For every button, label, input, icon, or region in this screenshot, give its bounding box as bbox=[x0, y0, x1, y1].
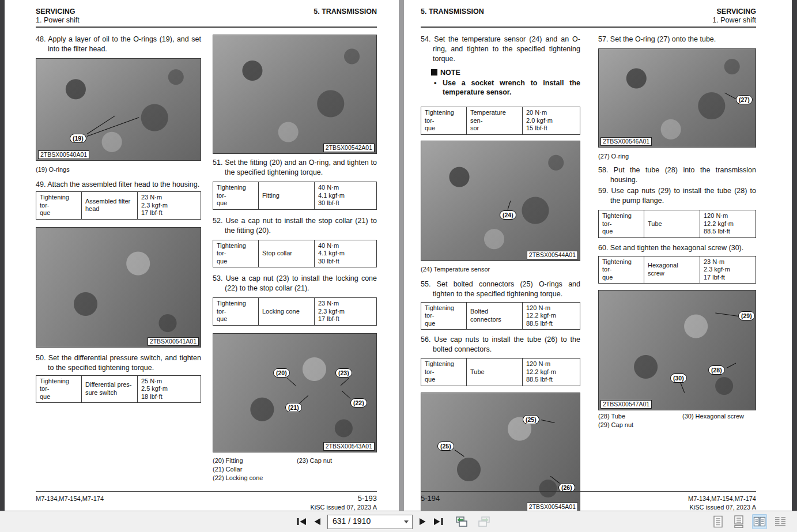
figure-callout: (27) bbox=[736, 95, 753, 104]
caption-column-left: (20) Fitting (21) Collar (22) Locking co… bbox=[213, 456, 297, 482]
book-view-button[interactable] bbox=[773, 514, 788, 529]
callout-leader-line bbox=[681, 383, 685, 393]
document-page-left: SERVICING 1. Power shift 5. TRANSMISSION… bbox=[5, 0, 399, 511]
torque-item: Assembled filter head bbox=[81, 192, 137, 219]
note-block: NOTE • Use a socket wrench to install th… bbox=[431, 68, 580, 97]
torque-item: Hexagonal screw bbox=[644, 256, 700, 284]
caption-group-20-23: (20) Fitting (21) Collar (22) Locking co… bbox=[213, 456, 377, 482]
footer-issue: KiSC issued 07, 2023 A bbox=[421, 504, 756, 511]
figure-temperature-sensor: (24) 2TBSX00544A01 bbox=[421, 141, 580, 261]
torque-label: Tightening tor- que bbox=[599, 210, 644, 237]
torque-value: 25 N·m 2.5 kgf·m 18 lbf·ft bbox=[137, 376, 201, 403]
page-footer: 5-194 M7-134,M7-154,M7-174 KiSC issued 0… bbox=[421, 491, 756, 511]
figure-callout: (23) bbox=[335, 368, 352, 378]
header-chapter: 5. TRANSMISSION bbox=[421, 7, 484, 16]
caption-23: (23) Cap nut bbox=[297, 456, 377, 465]
callout-leader-line bbox=[724, 93, 736, 99]
figure-id-label: 2TBSX00542A01 bbox=[323, 144, 375, 152]
figure-callout: (29) bbox=[738, 311, 755, 320]
figure-callout: (21) bbox=[285, 403, 302, 412]
last-page-icon bbox=[433, 518, 443, 526]
callout-leader-line bbox=[455, 450, 464, 456]
step-53: 53. Use a cap nut (23) to install the lo… bbox=[213, 274, 377, 293]
page-dropdown-caret-icon[interactable] bbox=[404, 520, 409, 523]
torque-value: 23 N·m 2.3 kgf·m 17 lbf·ft bbox=[700, 256, 756, 284]
page-number-input[interactable] bbox=[328, 515, 401, 527]
figure-callout: (20) bbox=[273, 368, 290, 378]
note-square-icon bbox=[431, 69, 437, 76]
header-rule bbox=[421, 27, 756, 28]
callout-leader-line bbox=[508, 201, 511, 210]
torque-table-hexagonal-screw: Tightening tor- que Hexagonal screw 23 N… bbox=[598, 256, 756, 284]
callout-leader-line bbox=[341, 378, 350, 386]
figure-id-label: 2TBSX00540A01 bbox=[38, 150, 89, 159]
torque-value: 23 N·m 2.3 kgf·m 17 lbf·ft bbox=[137, 192, 201, 219]
header-right-block: SERVICING 1. Power shift bbox=[712, 7, 756, 25]
torque-table-stop-collar: Tightening tor- que Stop collar 40 N·m 4… bbox=[213, 240, 377, 268]
facing-view-button[interactable] bbox=[752, 514, 767, 529]
first-page-button[interactable] bbox=[296, 516, 308, 527]
step-57: 57. Set the O-ring (27) onto the tube. bbox=[598, 35, 756, 44]
step-49: 49. Attach the assembled filter head to … bbox=[36, 180, 201, 190]
torque-value: 40 N·m 4.1 kgf·m 30 lbf·ft bbox=[314, 182, 376, 209]
caption-group-28-30: (28) Tube (29) Cap nut (30) Hexagonal sc… bbox=[598, 412, 756, 429]
torque-table-locking-cone: Tightening tor- que Locking cone 23 N·m … bbox=[213, 297, 377, 326]
column-left: 54. Set the temperature sensor (24) and … bbox=[421, 35, 580, 530]
figure-id-label: 2TBSX00547A01 bbox=[600, 400, 652, 409]
note-bullet-text: Use a socket wrench to install the tempe… bbox=[443, 78, 580, 97]
column-left: 48. Apply a layer of oil to the O-rings … bbox=[36, 35, 201, 488]
footer-models: M7-134,M7-154,M7-174 bbox=[688, 495, 756, 502]
torque-item: Locking cone bbox=[258, 298, 314, 325]
toolbar-navigation-group bbox=[296, 511, 492, 532]
figure-id-label: 2TBSX00544A01 bbox=[527, 251, 578, 259]
torque-value: 40 N·m 4.1 kgf·m 30 lbf·ft bbox=[314, 240, 376, 267]
torque-item: Fitting bbox=[258, 182, 314, 209]
torque-table-temperature-sensor: Tightening tor- que Temperature sen- sor… bbox=[421, 107, 580, 135]
previous-page-button[interactable] bbox=[313, 516, 322, 527]
torque-item: Temperature sen- sor bbox=[466, 107, 522, 134]
callout-leader-line bbox=[541, 420, 555, 423]
header-subsection: 1. Power shift bbox=[36, 16, 80, 25]
torque-label: Tightening tor- que bbox=[599, 256, 644, 284]
figure-fitting-install: 2TBSX00542A01 bbox=[213, 35, 377, 154]
note-bullet-row: • Use a socket wrench to install the tem… bbox=[434, 78, 580, 97]
document-page-right: 5. TRANSMISSION SERVICING 1. Power shift… bbox=[404, 0, 792, 511]
torque-table-differential-pressure-switch: Tightening tor- que Differential pres- s… bbox=[36, 375, 201, 403]
step-55: 55. Set bolted connectors (25) O-rings a… bbox=[421, 280, 580, 299]
last-page-button[interactable] bbox=[432, 516, 444, 527]
figure-filter-head-orings: (19) 2TBSX00540A01 bbox=[36, 58, 201, 161]
next-view-button[interactable] bbox=[475, 515, 492, 529]
next-page-button[interactable] bbox=[418, 516, 427, 527]
torque-table-tube-connectors: Tightening tor- que Tube 120 N·m 12.2 kg… bbox=[421, 358, 580, 386]
caption-20: (20) Fitting bbox=[213, 456, 297, 465]
figure-id-label: 2TBSX00546A01 bbox=[600, 137, 652, 146]
next-view-icon bbox=[477, 516, 490, 527]
page-header: 5. TRANSMISSION SERVICING 1. Power shift bbox=[421, 7, 756, 25]
figure-callout: (25) bbox=[523, 415, 539, 424]
torque-item: Differential pres- sure switch bbox=[81, 376, 137, 403]
note-title: NOTE bbox=[440, 69, 460, 77]
header-left-block: SERVICING 1. Power shift bbox=[36, 7, 80, 25]
torque-item: Tube bbox=[466, 359, 522, 386]
torque-value: 120 N·m 12.2 kgf·m 88.5 lbf·ft bbox=[700, 210, 756, 237]
header-section: SERVICING bbox=[712, 7, 756, 16]
torque-label: Tightening tor- que bbox=[213, 182, 258, 209]
page-number-box bbox=[327, 515, 413, 529]
figure-callout: (30) bbox=[670, 373, 687, 383]
figure-callout: (22) bbox=[350, 398, 367, 408]
torque-value: 120 N·m 12.2 kgf·m 88.5 lbf·ft bbox=[522, 303, 580, 330]
callout-leader-line bbox=[87, 117, 139, 137]
step-52: 52. Use a cap nut to install the stop co… bbox=[213, 216, 377, 236]
caption-29: (29) Cap nut bbox=[598, 421, 682, 429]
book-view-icon bbox=[774, 515, 787, 528]
continuous-view-button[interactable] bbox=[731, 514, 746, 529]
previous-view-button[interactable] bbox=[454, 515, 470, 529]
toolbar-view-mode-group bbox=[711, 511, 788, 532]
footer-models: M7-134,M7-154,M7-174 bbox=[36, 495, 104, 502]
caption-30: (30) Hexagonal screw bbox=[682, 412, 756, 421]
footer-page-number: 5-193 bbox=[358, 494, 377, 503]
single-page-view-button[interactable] bbox=[711, 514, 726, 529]
previous-page-icon bbox=[314, 518, 321, 526]
torque-item: Tube bbox=[644, 210, 700, 237]
step-54: 54. Set the temperature sensor (24) and … bbox=[421, 35, 580, 64]
